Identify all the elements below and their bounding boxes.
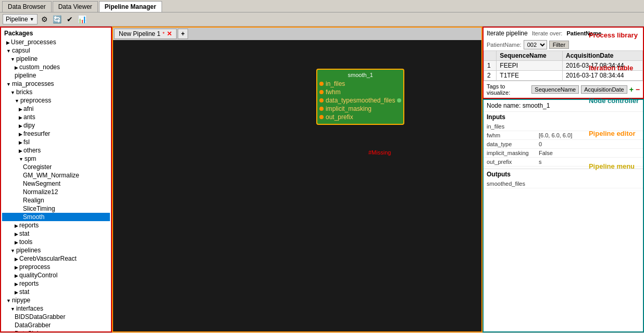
node-port-in-files: in_files: [319, 80, 401, 87]
package-tree: ▶User_processes▼capsul▼pipeline▶custom_n…: [2, 38, 110, 332]
port-dot-in-files: [319, 82, 324, 86]
tree-item-spm[interactable]: ▼spm: [2, 155, 110, 163]
tab-data-browser[interactable]: Data Browser: [2, 1, 52, 12]
smooth-node[interactable]: smooth_1 in_files fwhm data_type smoothe…: [316, 69, 404, 125]
tree-item-dipy[interactable]: ▶dipy: [2, 121, 110, 130]
node-port-fwhm: fwhm: [319, 88, 401, 96]
tree-item-user_processes[interactable]: ▶User_processes: [2, 38, 110, 46]
patient-name-select[interactable]: 002: [524, 40, 547, 49]
iterate-pipeline-label: Iterate pipeline: [487, 30, 528, 37]
pipeline-editor-panel: New Pipeline 1 * ✕ + smooth_1 in_files f…: [112, 27, 482, 332]
tree-item-datasink[interactable]: DataSink: [2, 329, 110, 332]
port-dot-data-type: [319, 98, 324, 103]
tree-item-qualitycontrol[interactable]: ▶qualityControl: [2, 271, 110, 279]
tree-item-tools[interactable]: ▶tools: [2, 238, 110, 246]
legend-node-controller: Node controller: [589, 97, 639, 105]
tree-item-coregister[interactable]: Coregister: [2, 163, 110, 171]
tab-pipeline-manager[interactable]: Pipeline Manager: [99, 1, 162, 12]
tree-item-preprocess[interactable]: ▼preprocess: [2, 96, 110, 105]
tree-item-pipelines[interactable]: ▼pipelines: [2, 246, 110, 254]
main-layout: Packages ▶User_processes▼capsul▼pipeline…: [0, 27, 644, 332]
tree-item-gm_wm_normalize[interactable]: GM_WM_Normalize: [2, 171, 110, 180]
tree-item-preprocess[interactable]: ▶preprocess: [2, 263, 110, 271]
missing-label: #Missing: [368, 149, 391, 156]
tree-item-afni[interactable]: ▶afni: [2, 105, 110, 113]
outputs-container: smoothed_files: [484, 180, 643, 188]
legend-iteration-table: Iteration table: [589, 64, 639, 72]
tree-item-ants[interactable]: ▶ants: [2, 113, 110, 121]
chart-icon[interactable]: 📊: [77, 14, 88, 24]
node-port-data-type: data_type smoothed_files: [319, 97, 401, 104]
pipeline-dropdown-button[interactable]: Pipeline ▼: [3, 14, 38, 24]
tree-item-pipeline[interactable]: ▼pipeline: [2, 55, 110, 63]
legend-pipeline-menu: Pipeline menu: [589, 162, 639, 170]
tree-item-interfaces[interactable]: ▼interfaces: [2, 304, 110, 313]
col-sequence-name: SequenceName: [497, 51, 563, 61]
tree-item-freesurfer[interactable]: ▶freesurfer: [2, 130, 110, 138]
add-pipeline-tab-button[interactable]: +: [178, 29, 188, 39]
patient-name-label: PatientName:: [487, 42, 522, 48]
filter-button[interactable]: Filter: [549, 41, 569, 49]
tree-item-datagrabber[interactable]: DataGrabber: [2, 321, 110, 329]
outputs-section-title: Outputs: [484, 169, 643, 180]
port-dot-implicit-masking: [319, 107, 324, 111]
col-num: [484, 51, 497, 61]
tree-item-newsegment[interactable]: NewSegment: [2, 180, 110, 188]
packages-title: Packages: [2, 29, 110, 38]
legend-pipeline-editor: Pipeline editor: [589, 130, 639, 137]
tree-item-fsl[interactable]: ▶fsl: [2, 138, 110, 146]
port-dot-out-prefix: [319, 115, 324, 119]
output-row-smoothed_files: smoothed_files: [484, 180, 643, 188]
node-port-implicit-masking: implicit_masking: [319, 105, 401, 112]
node-port-out-prefix: out_prefix: [319, 113, 401, 121]
tree-item-stat[interactable]: ▶stat: [2, 288, 110, 296]
tree-item-capsul[interactable]: ▼capsul: [2, 46, 110, 55]
tree-item-custom_nodes[interactable]: ▶custom_nodes: [2, 63, 110, 71]
pipeline-label: Pipeline: [6, 16, 28, 23]
tree-item-reports[interactable]: ▶reports: [2, 279, 110, 288]
tree-item-cerebvascularreact[interactable]: ▶CerebVascularReact: [2, 254, 110, 263]
tree-item-slicetiming[interactable]: SliceTiming: [2, 204, 110, 213]
port-dot-smoothed-files: [397, 98, 401, 103]
pipeline-tab-label: New Pipeline 1: [119, 30, 160, 37]
pipeline-tab-modified-indicator: *: [163, 31, 165, 37]
tree-item-nipype[interactable]: ▼nipype: [2, 296, 110, 304]
tab-bar: Data Browser Data Viewer Pipeline Manage…: [0, 0, 644, 12]
tree-item-realign[interactable]: Realign: [2, 196, 110, 204]
legend-process-library: Process library: [589, 31, 639, 39]
port-dot-fwhm: [319, 90, 324, 94]
iterate-over-label: Iterate over:: [532, 30, 563, 36]
tree-item-reports[interactable]: ▶reports: [2, 221, 110, 229]
tree-item-bidsdatagrabber[interactable]: BIDSDataGrabber: [2, 313, 110, 321]
dropdown-arrow-icon: ▼: [30, 17, 34, 22]
settings-icon[interactable]: ⚙: [40, 14, 50, 24]
tags-label: Tags to visualize:: [487, 83, 529, 96]
tree-item-normalize12[interactable]: Normalize12: [2, 188, 110, 196]
process-library-panel: Packages ▶User_processes▼capsul▼pipeline…: [0, 27, 112, 332]
tag-sequence-name: SequenceName: [531, 85, 579, 94]
legend: Process library Iteration table Node con…: [589, 31, 639, 170]
pipeline-tab-new-pipeline-1[interactable]: New Pipeline 1 * ✕: [114, 29, 177, 39]
tree-item-smooth[interactable]: Smooth: [2, 213, 110, 221]
toolbar: Pipeline ▼ ⚙ 🔄 ✔ 📊: [0, 12, 644, 27]
tree-item-stat[interactable]: ▶stat: [2, 229, 110, 238]
node-title: smooth_1: [319, 72, 401, 78]
tree-item-bricks[interactable]: ▼bricks: [2, 88, 110, 96]
pipeline-tab-close-button[interactable]: ✕: [167, 30, 172, 37]
node-name-label: Node name: smooth_1: [487, 102, 550, 109]
tree-item-mia_processes[interactable]: ▼mia_processes: [2, 80, 110, 88]
tab-data-viewer[interactable]: Data Viewer: [53, 1, 98, 12]
pipeline-canvas[interactable]: smooth_1 in_files fwhm data_type smoothe…: [113, 40, 481, 329]
refresh-icon[interactable]: 🔄: [52, 14, 63, 24]
tree-item-others[interactable]: ▶others: [2, 146, 110, 155]
tree-item-pipeline[interactable]: pipeline: [2, 71, 110, 80]
check-icon[interactable]: ✔: [65, 14, 75, 24]
pipeline-tab-bar: New Pipeline 1 * ✕ +: [113, 28, 481, 40]
